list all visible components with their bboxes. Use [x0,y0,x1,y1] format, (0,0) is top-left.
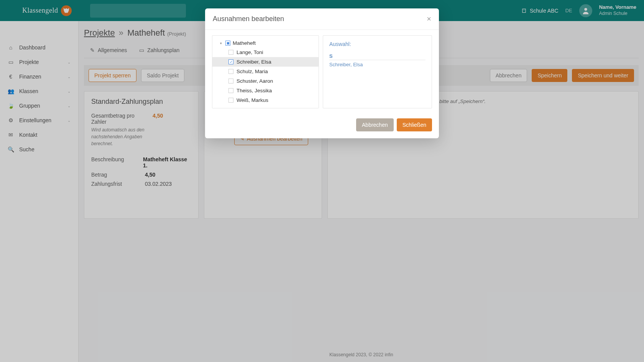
tree-root-checkbox-mixed[interactable] [225,41,230,46]
checkbox[interactable] [228,50,233,55]
modal-exceptions: Ausnahmen bearbeiten × ▾ Matheheft Lange… [205,8,439,138]
student-tree: ▾ Matheheft Lange, Toni Schreiber, Elsa … [212,35,319,108]
tree-root[interactable]: ▾ Matheheft [212,39,319,48]
checkbox-checked[interactable] [228,59,233,64]
modal-body: ▾ Matheheft Lange, Toni Schreiber, Elsa … [205,30,439,114]
modal-header: Ausnahmen bearbeiten × [205,8,439,30]
tree-item-label: Lange, Toni [237,49,263,55]
tree-item[interactable]: Lange, Toni [212,48,319,57]
modal-title: Ausnahmen bearbeiten [213,15,284,23]
close-icon[interactable]: × [427,15,431,23]
modal-close-button[interactable]: Schließen [397,118,432,131]
tree-item-label: Schuster, Aaron [237,78,273,84]
checkbox[interactable] [228,69,233,74]
tree-item-label: Theiss, Jessika [237,88,272,93]
tree-item-label: Schreiber, Elsa [237,59,271,65]
checkbox[interactable] [228,88,233,93]
tree-item-label: Weiß, Markus [237,97,268,103]
modal-overlay[interactable]: Ausnahmen bearbeiten × ▾ Matheheft Lange… [0,0,644,362]
selection-entry[interactable]: Schreiber, Elsa [329,62,426,67]
tree-item[interactable]: Weiß, Markus [212,95,319,105]
tree-collapse-icon[interactable]: ▾ [220,41,223,45]
modal-cancel-button[interactable]: Abbrechen [356,118,394,131]
checkbox[interactable] [228,98,233,103]
selection-box: Auswahl: S Schreiber, Elsa [323,35,432,108]
tree-item-label: Schulz, Maria [237,69,268,74]
selection-group-letter: S [329,53,426,60]
checkbox[interactable] [228,79,233,84]
selection-title: Auswahl: [329,41,426,47]
tree-root-label: Matheheft [233,40,256,46]
tree-item[interactable]: Schuster, Aaron [212,76,319,86]
modal-footer: Abbrechen Schließen [205,114,439,138]
tree-item[interactable]: Theiss, Jessika [212,86,319,95]
tree-item[interactable]: Schulz, Maria [212,67,319,76]
tree-item[interactable]: Schreiber, Elsa [212,57,319,67]
